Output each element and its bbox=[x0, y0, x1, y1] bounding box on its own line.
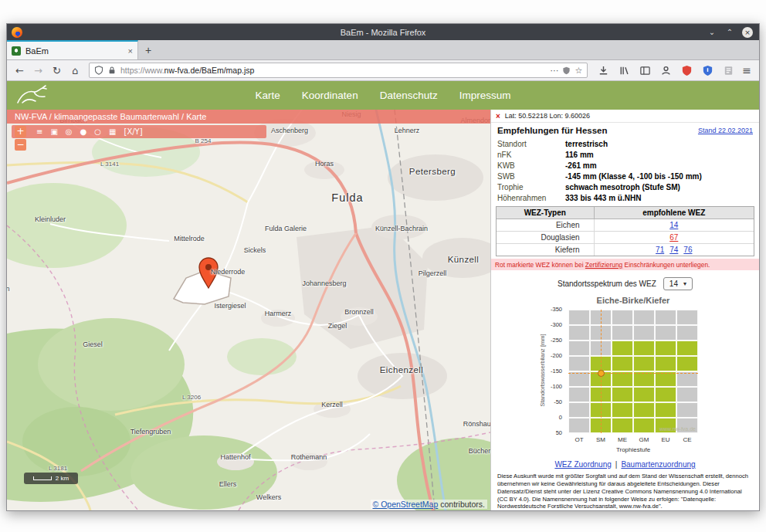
download-icon[interactable] bbox=[596, 63, 610, 77]
site-row: nFK116 mm bbox=[491, 149, 759, 160]
chart-xtick: ME bbox=[612, 436, 633, 443]
site-row-value: -261 mm bbox=[565, 161, 753, 170]
url-bar[interactable]: https://www.nw-fva.de/BaEm/map.jsp ⋯ ☆ bbox=[89, 63, 588, 78]
password-manager-icon[interactable] bbox=[700, 63, 714, 77]
chart-cell bbox=[676, 402, 698, 418]
nav-link-karte[interactable]: Karte bbox=[256, 90, 280, 101]
url-text: https://www.nw-fva.de/BaEm/map.jsp bbox=[120, 66, 546, 75]
tracking-protection-shield-icon[interactable] bbox=[94, 66, 103, 75]
basemap-dark-icon[interactable]: ● bbox=[80, 128, 87, 136]
wez-header-types: WEZ-Typen bbox=[497, 207, 595, 219]
chart-cell bbox=[612, 402, 633, 418]
wez-link-74[interactable]: 74 bbox=[669, 246, 678, 254]
library-icon[interactable] bbox=[617, 63, 631, 77]
nav-link-datenschutz[interactable]: Datenschutz bbox=[380, 90, 438, 101]
note-text: Rot markierte WEZ können bei bbox=[495, 261, 585, 269]
coords-bar: × Lat: 50.52218 Lon: 9.60026 bbox=[491, 110, 759, 123]
site-row: Trophieschwach mesotroph (Stufe SM) bbox=[491, 181, 759, 192]
chart-cell bbox=[655, 402, 676, 418]
bookmark-star-icon[interactable]: ☆ bbox=[574, 66, 582, 76]
main-split: BirnbachNiesigAlmendorfAschenbergLehnerz… bbox=[7, 110, 759, 510]
map-area: BirnbachNiesigAlmendorfAschenbergLehnerz… bbox=[7, 110, 490, 510]
chart-cell bbox=[633, 402, 655, 418]
chart-cell bbox=[633, 310, 655, 325]
url-path: nw-fva.de/BaEm/map.jsp bbox=[164, 66, 255, 75]
back-icon[interactable]: ← bbox=[12, 63, 28, 79]
chart-plot: www.nw-fva.de bbox=[568, 310, 698, 433]
locate-icon[interactable]: ◎ bbox=[66, 128, 73, 136]
chart-cell bbox=[568, 310, 590, 325]
wez-link-14[interactable]: 14 bbox=[669, 221, 678, 229]
zertifizierung-link[interactable]: Zertifizierung bbox=[585, 261, 622, 269]
nav-link-impressum[interactable]: Impressum bbox=[459, 90, 511, 101]
chart-cell bbox=[655, 310, 676, 325]
wez-link-76[interactable]: 76 bbox=[683, 246, 692, 254]
baumartenzuordnung-link[interactable]: Baumartenzuordnung bbox=[621, 460, 695, 469]
osm-attribution-link[interactable]: © OpenStreetMap bbox=[373, 500, 439, 509]
chart-cell bbox=[655, 387, 676, 402]
panel-close-icon[interactable]: × bbox=[496, 112, 500, 120]
chart-cell bbox=[568, 325, 590, 341]
map-toolbar: ≡▣◎●○▦[X/Y] bbox=[12, 125, 266, 138]
reader-extension-icon[interactable] bbox=[721, 63, 735, 77]
home-icon[interactable]: ⌂ bbox=[67, 63, 83, 79]
wez-row-label: Kiefern bbox=[497, 244, 595, 256]
map-scalebar: 2 km bbox=[24, 473, 78, 484]
sidebar-toggle-icon[interactable] bbox=[638, 63, 652, 77]
panel-links: WEZ Zuordnung | Baumartenzuordnung bbox=[491, 460, 759, 469]
wez-link-71[interactable]: 71 bbox=[656, 246, 664, 254]
wez-row: Eichen14 bbox=[497, 219, 754, 232]
chart-ytick: -100 bbox=[491, 383, 562, 390]
chart-title: Eiche-Birke/Kiefer bbox=[568, 296, 698, 305]
wez-select[interactable]: 14 ▾ bbox=[663, 277, 693, 290]
chart-ytick: 0 bbox=[491, 414, 562, 421]
new-tab-button[interactable]: + bbox=[138, 40, 158, 59]
forward-icon[interactable]: → bbox=[30, 63, 46, 79]
site-table: StandortterrestrischnFK116 mmKWB-261 mmS… bbox=[491, 137, 759, 204]
padlock-icon[interactable] bbox=[107, 66, 117, 75]
wez-zuordnung-link[interactable]: WEZ Zuordnung bbox=[554, 460, 611, 469]
zoom-in-button[interactable]: + bbox=[15, 126, 26, 137]
chart-watermark: www.nw-fva.de bbox=[659, 426, 696, 432]
chevron-down-icon: ▾ bbox=[683, 280, 686, 287]
chart-cell bbox=[676, 356, 698, 371]
reload-icon[interactable]: ↻ bbox=[49, 63, 65, 79]
nwfva-logo bbox=[15, 84, 50, 110]
tab-baem[interactable]: BaEm × bbox=[7, 40, 138, 59]
tab-close-icon[interactable]: × bbox=[128, 46, 133, 56]
stand-date-link[interactable]: Stand 22.02.2021 bbox=[698, 127, 753, 134]
ublock-shield-icon[interactable] bbox=[680, 63, 693, 77]
shade-window-button[interactable]: ⌄ bbox=[707, 27, 717, 38]
maximize-window-button[interactable]: ⌃ bbox=[724, 27, 735, 38]
chart-xtick: SM bbox=[590, 436, 612, 443]
site-row-label: Höhenrahmen bbox=[497, 194, 565, 202]
nav-link-koordinaten[interactable]: Koordinaten bbox=[302, 90, 358, 101]
site-row-value: -145 mm (Klasse 4, -100 bis -150 mm) bbox=[565, 172, 753, 181]
tab-favicon bbox=[12, 46, 21, 56]
firefox-icon bbox=[12, 27, 22, 38]
grid-icon[interactable]: ▦ bbox=[109, 128, 116, 136]
xy-coordinates-toggle[interactable]: [X/Y] bbox=[124, 128, 143, 136]
fullscreen-icon[interactable]: ▣ bbox=[50, 128, 57, 136]
site-row-value: terrestrisch bbox=[565, 140, 753, 148]
permissions-shield-icon[interactable] bbox=[562, 66, 571, 75]
wez-link-67[interactable]: 67 bbox=[669, 233, 678, 242]
close-window-button[interactable]: × bbox=[742, 27, 753, 38]
titlebar: BaEm - Mozilla Firefox ⌄ ⌃ × bbox=[7, 24, 759, 40]
account-icon[interactable] bbox=[659, 63, 673, 77]
chart-cell bbox=[676, 310, 698, 325]
chart-cell bbox=[612, 325, 633, 341]
basemap-light-icon[interactable]: ○ bbox=[94, 128, 101, 136]
browser-window: BaEm - Mozilla Firefox ⌄ ⌃ × BaEm × + ← … bbox=[6, 23, 760, 511]
links-separator: | bbox=[615, 460, 618, 469]
zoom-out-button[interactable]: − bbox=[15, 139, 26, 151]
scale-label: 2 km bbox=[56, 475, 69, 482]
layers-menu-icon[interactable]: ≡ bbox=[36, 128, 42, 136]
map-canvas[interactable] bbox=[7, 110, 490, 510]
site-row-label: Trophie bbox=[497, 183, 565, 191]
menu-icon[interactable]: ≡ bbox=[742, 64, 751, 76]
page-actions-icon[interactable]: ⋯ bbox=[550, 66, 558, 76]
chart-cell bbox=[568, 402, 590, 418]
spectrum-row: Standortsspektrum des WEZ 14 ▾ bbox=[491, 277, 759, 290]
scale-line-icon bbox=[33, 476, 52, 480]
